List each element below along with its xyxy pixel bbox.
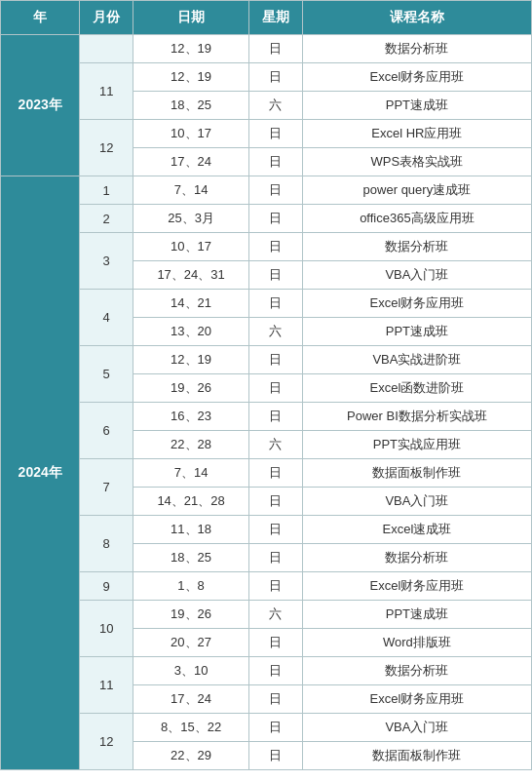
date-cell: 18、25 <box>133 544 248 572</box>
course-cell: PPT实战应用班 <box>302 431 531 459</box>
table-row: 1019、26六PPT速成班 <box>1 601 532 629</box>
course-cell: Excel财务应用班 <box>302 572 531 601</box>
day-cell: 日 <box>249 572 303 601</box>
course-cell: Excel财务应用班 <box>302 63 531 92</box>
day-cell: 日 <box>249 459 303 488</box>
month-cell <box>80 35 133 63</box>
course-cell: Excel财务应用班 <box>302 290 531 318</box>
date-cell: 19、26 <box>133 601 248 629</box>
header-day: 星期 <box>249 1 303 35</box>
date-cell: 22、28 <box>133 431 248 459</box>
table-row: 512、19日VBA实战进阶班 <box>1 346 532 374</box>
date-cell: 18、25 <box>133 92 248 120</box>
table-row: 225、3月日office365高级应用班 <box>1 205 532 233</box>
day-cell: 日 <box>249 205 303 233</box>
header-year: 年 <box>1 1 80 35</box>
table-row: 113、10日数据分析班 <box>1 657 532 685</box>
course-cell: 数据面板制作班 <box>302 742 531 770</box>
month-cell: 10 <box>80 601 133 657</box>
day-cell: 日 <box>249 403 303 431</box>
course-cell: VBA入门班 <box>302 714 531 742</box>
month-cell: 11 <box>80 63 133 120</box>
date-cell: 25、3月 <box>133 205 248 233</box>
date-cell: 13、20 <box>133 318 248 346</box>
date-cell: 19、26 <box>133 374 248 403</box>
course-cell: Word排版班 <box>302 629 531 657</box>
month-cell: 11 <box>80 657 133 714</box>
month-cell: 1 <box>80 176 133 205</box>
month-cell: 9 <box>80 572 133 601</box>
day-cell: 日 <box>249 714 303 742</box>
schedule-table-wrapper: 年 月份 日期 星期 课程名称 2023年12、19日数据分析班1112、19日… <box>0 0 532 770</box>
date-cell: 14、21、28 <box>133 488 248 516</box>
date-cell: 1、8 <box>133 572 248 601</box>
course-cell: PPT速成班 <box>302 601 531 629</box>
year-cell: 2024年 <box>1 176 80 770</box>
month-cell: 6 <box>80 403 133 459</box>
month-cell: 7 <box>80 459 133 516</box>
course-cell: PPT速成班 <box>302 318 531 346</box>
day-cell: 六 <box>249 601 303 629</box>
date-cell: 12、19 <box>133 346 248 374</box>
day-cell: 日 <box>249 290 303 318</box>
month-cell: 2 <box>80 205 133 233</box>
day-cell: 日 <box>249 120 303 148</box>
day-cell: 日 <box>249 629 303 657</box>
year-cell: 2023年 <box>1 35 80 176</box>
day-cell: 日 <box>249 63 303 92</box>
table-header-row: 年 月份 日期 星期 课程名称 <box>1 1 532 35</box>
date-cell: 7、14 <box>133 459 248 488</box>
day-cell: 日 <box>249 516 303 544</box>
schedule-table: 年 月份 日期 星期 课程名称 2023年12、19日数据分析班1112、19日… <box>0 0 532 770</box>
table-row: 310、17日数据分析班 <box>1 233 532 261</box>
date-cell: 17、24、31 <box>133 261 248 290</box>
day-cell: 日 <box>249 148 303 176</box>
month-cell: 12 <box>80 714 133 770</box>
day-cell: 日 <box>249 657 303 685</box>
course-cell: 数据面板制作班 <box>302 459 531 488</box>
day-cell: 日 <box>249 261 303 290</box>
course-cell: Excel速成班 <box>302 516 531 544</box>
table-row: 616、23日Power BI数据分析实战班 <box>1 403 532 431</box>
table-row: 2023年12、19日数据分析班 <box>1 35 532 63</box>
course-cell: office365高级应用班 <box>302 205 531 233</box>
day-cell: 日 <box>249 35 303 63</box>
date-cell: 20、27 <box>133 629 248 657</box>
day-cell: 六 <box>249 318 303 346</box>
header-date: 日期 <box>133 1 248 35</box>
date-cell: 17、24 <box>133 685 248 714</box>
table-row: 128、15、22日VBA入门班 <box>1 714 532 742</box>
date-cell: 8、15、22 <box>133 714 248 742</box>
date-cell: 14、21 <box>133 290 248 318</box>
date-cell: 12、19 <box>133 63 248 92</box>
table-row: 77、14日数据面板制作班 <box>1 459 532 488</box>
course-cell: VBA入门班 <box>302 261 531 290</box>
day-cell: 日 <box>249 488 303 516</box>
date-cell: 17、24 <box>133 148 248 176</box>
course-cell: Excel HR应用班 <box>302 120 531 148</box>
course-cell: Excel函数进阶班 <box>302 374 531 403</box>
day-cell: 日 <box>249 346 303 374</box>
day-cell: 日 <box>249 374 303 403</box>
course-cell: 数据分析班 <box>302 657 531 685</box>
month-cell: 4 <box>80 290 133 346</box>
date-cell: 10、17 <box>133 233 248 261</box>
table-row: 2024年17、14日power query速成班 <box>1 176 532 205</box>
table-row: 1112、19日Excel财务应用班 <box>1 63 532 92</box>
date-cell: 3、10 <box>133 657 248 685</box>
course-cell: 数据分析班 <box>302 233 531 261</box>
day-cell: 日 <box>249 176 303 205</box>
day-cell: 日 <box>249 544 303 572</box>
course-cell: Excel财务应用班 <box>302 685 531 714</box>
course-cell: VBA实战进阶班 <box>302 346 531 374</box>
day-cell: 六 <box>249 92 303 120</box>
course-cell: 数据分析班 <box>302 35 531 63</box>
month-cell: 12 <box>80 120 133 176</box>
date-cell: 7、14 <box>133 176 248 205</box>
date-cell: 11、18 <box>133 516 248 544</box>
day-cell: 日 <box>249 233 303 261</box>
course-cell: WPS表格实战班 <box>302 148 531 176</box>
course-cell: Power BI数据分析实战班 <box>302 403 531 431</box>
table-row: 811、18日Excel速成班 <box>1 516 532 544</box>
header-month: 月份 <box>80 1 133 35</box>
